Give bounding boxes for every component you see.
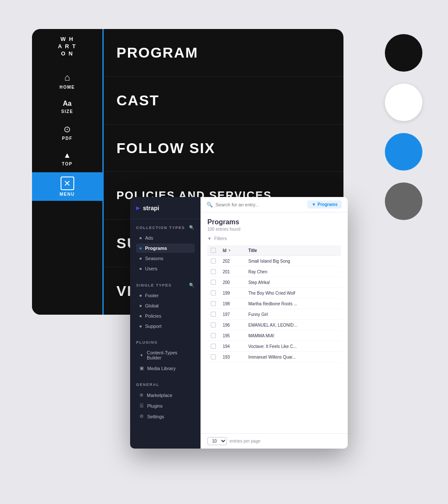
nav-seasons[interactable]: Seasons [136, 254, 195, 263]
row-title: EMANUEL AX, LEONID... [245, 320, 341, 330]
filter-button[interactable]: ▼ Programs [307, 200, 342, 209]
row-checkbox[interactable] [211, 322, 216, 327]
strapi-main: 🔍 ▼ Programs Programs 100 entries found … [201, 197, 348, 449]
nav-programs[interactable]: Programs [136, 243, 195, 253]
menu-close-icon: ✕ [61, 177, 74, 190]
table-row: 202 Small Island Big Song [207, 256, 341, 266]
sidebar-item-menu[interactable]: ✕ MENU [32, 172, 102, 201]
strapi-overlay: ▸ strapi COLLECTION TYPES 🔍 Ads Programs… [130, 197, 348, 449]
table-row: 196 EMANUEL AX, LEONID... [207, 320, 341, 330]
seasons-dot [140, 258, 142, 260]
sidebar-menu-label: MENU [60, 192, 75, 197]
row-checkbox-cell [207, 288, 219, 298]
row-id: 195 [219, 330, 245, 341]
table-row: 195 MAMMA MIA! [207, 330, 341, 341]
th-id[interactable]: Id ▼ [219, 245, 245, 256]
nav-program-text: PROGRAM [116, 44, 198, 61]
nav-settings[interactable]: ⚙ Settings [136, 411, 195, 421]
policies-label: Policies [145, 313, 161, 319]
users-dot [140, 268, 142, 270]
sidebar-nav: ⌂ HOME Aa SIZE ⊙ PDF ▲ TOP ✕ MENU [32, 68, 102, 201]
single-search-icon[interactable]: 🔍 [189, 283, 195, 287]
support-dot [140, 325, 142, 327]
row-checkbox-cell [207, 309, 219, 320]
row-id: 193 [219, 352, 245, 362]
row-checkbox[interactable] [211, 258, 216, 264]
logo-area: W HA R TO N [58, 36, 76, 58]
nav-support[interactable]: Support [136, 322, 195, 331]
strapi-content: Programs 100 entries found ▼ Filters Id [201, 212, 348, 433]
nav-media-library[interactable]: ▣ Media Library [136, 363, 195, 373]
row-checkbox-cell [207, 330, 219, 341]
th-title: Title [245, 245, 341, 256]
row-checkbox[interactable] [211, 290, 216, 295]
nav-footer[interactable]: Footer [136, 291, 195, 300]
row-id: 196 [219, 320, 245, 330]
row-checkbox[interactable] [211, 301, 216, 306]
row-title: Funny Girl [245, 309, 341, 320]
nav-global[interactable]: Global [136, 301, 195, 310]
filter-label: Programs [317, 202, 337, 207]
support-label: Support [145, 324, 162, 329]
settings-icon: ⚙ [140, 414, 144, 419]
entry-count: 100 entries found [207, 227, 341, 232]
row-title: Ray Chen [245, 266, 341, 277]
id-column-label: Id [223, 248, 227, 253]
nav-item-cast[interactable]: CAST [104, 77, 343, 125]
sidebar-item-top[interactable]: ▲ TOP [32, 147, 102, 171]
nav-policies[interactable]: Policies [136, 311, 195, 321]
row-id: 200 [219, 277, 245, 288]
row-title: MAMMA MIA! [245, 330, 341, 341]
global-label: Global [145, 303, 159, 308]
left-sidebar: W HA R TO N ⌂ HOME Aa SIZE ⊙ PDF ▲ TOP ✕ [32, 29, 102, 315]
swatch-black [385, 34, 422, 72]
table-row: 199 The Boy Who Cried Wolf [207, 288, 341, 298]
select-all-checkbox[interactable] [211, 248, 216, 253]
row-checkbox[interactable] [211, 269, 216, 274]
sidebar-size-label: SIZE [61, 109, 73, 114]
seasons-label: Seasons [145, 256, 163, 261]
programs-table: Id ▼ Title 202 Small Island Big Song 201 [207, 245, 341, 362]
nav-item-follow-six[interactable]: FOLLOW SIX [104, 125, 343, 172]
nav-content-types-builder[interactable]: ✦ Content-Types Builder [136, 348, 195, 362]
search-input[interactable] [215, 202, 304, 207]
nav-plugins-general[interactable]: ☰ Plugins [136, 401, 195, 411]
general-section: GENERAL ⊕ Marketplace ☰ Plugins ⚙ Settin… [130, 377, 201, 425]
sidebar-item-pdf[interactable]: ⊙ PDF [32, 120, 102, 145]
strapi-logo: ▸ strapi [130, 197, 201, 219]
nav-item-program[interactable]: PROGRAM [104, 29, 343, 77]
sort-icon: ▼ [228, 249, 231, 252]
programs-label: Programs [145, 246, 167, 251]
row-checkbox-cell [207, 277, 219, 288]
global-dot [140, 305, 142, 307]
row-checkbox-cell [207, 298, 219, 309]
sidebar-item-size[interactable]: Aa SIZE [32, 96, 102, 118]
table-row: 201 Ray Chen [207, 266, 341, 277]
content-types-icon: ✦ [140, 353, 143, 358]
swatch-blue [385, 133, 422, 171]
swatch-gray [385, 182, 422, 220]
table-row: 193 Immanuel Wilkins Quar... [207, 352, 341, 362]
nav-marketplace[interactable]: ⊕ Marketplace [136, 390, 195, 400]
entries-per-page-select[interactable]: 10 25 50 [207, 437, 227, 445]
marketplace-label: Marketplace [147, 393, 172, 398]
row-title: Step Afrika! [245, 277, 341, 288]
strapi-sidebar: ▸ strapi COLLECTION TYPES 🔍 Ads Programs… [130, 197, 201, 449]
plugins-icon: ☰ [140, 403, 144, 408]
row-checkbox[interactable] [211, 280, 216, 285]
row-checkbox[interactable] [211, 333, 216, 338]
strapi-topbar: 🔍 ▼ Programs [201, 197, 348, 212]
row-checkbox[interactable] [211, 312, 216, 317]
nav-ads[interactable]: Ads [136, 233, 195, 243]
single-types-section: SINGLE TYPES 🔍 Footer Global Policies Su… [130, 277, 201, 334]
programs-dot [140, 247, 142, 249]
nav-follow-six-text: FOLLOW SIX [116, 140, 215, 156]
row-checkbox-cell [207, 320, 219, 330]
nav-users[interactable]: Users [136, 264, 195, 273]
single-types-title: SINGLE TYPES 🔍 [136, 283, 195, 287]
ads-dot [140, 237, 142, 239]
sidebar-item-home[interactable]: ⌂ HOME [32, 68, 102, 94]
row-checkbox[interactable] [211, 354, 216, 359]
row-checkbox[interactable] [211, 344, 216, 349]
collection-search-icon[interactable]: 🔍 [189, 225, 195, 230]
